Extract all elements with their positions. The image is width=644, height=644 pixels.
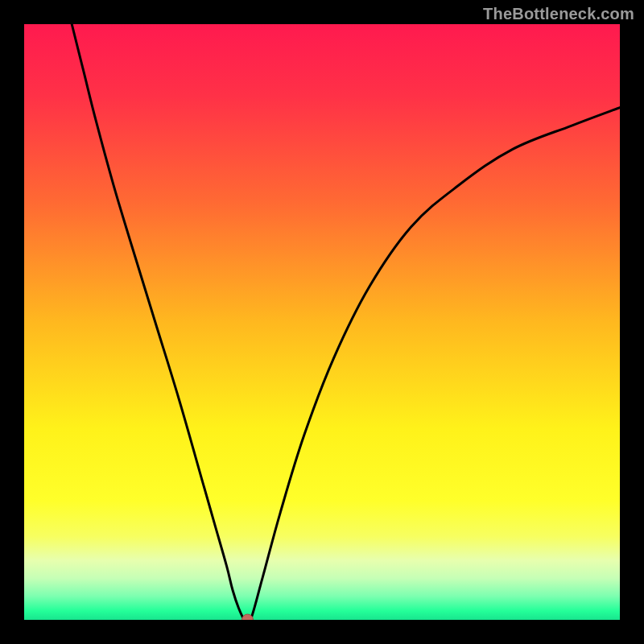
bottleneck-chart xyxy=(24,24,620,620)
chart-frame: TheBottleneck.com xyxy=(0,0,644,644)
plot-area xyxy=(24,24,620,620)
watermark-text: TheBottleneck.com xyxy=(483,5,634,23)
gradient-background xyxy=(24,24,620,620)
